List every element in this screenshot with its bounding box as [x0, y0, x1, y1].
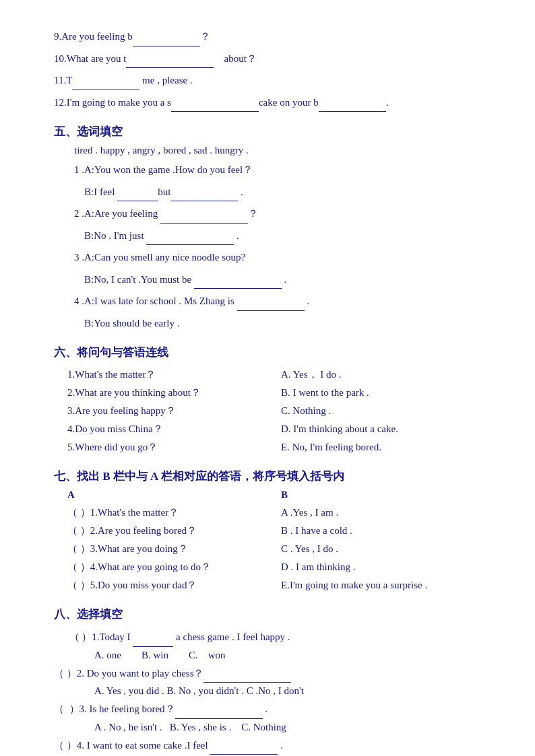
s7-b1: A .Yes , I am .: [281, 504, 495, 522]
q9-text: 9.Are you feeling b: [54, 31, 133, 42]
section6-left: 1.What's the matter？ 2.What are you thin…: [67, 366, 281, 456]
section6: 六、将问句与答语连线 1.What's the matter？ 2.What a…: [54, 345, 495, 456]
section8: 八、选择填空 （ ）1.Today I a chess game . I fee…: [54, 607, 495, 756]
section5-wordbank: tired . happy , angry , bored , sad . hu…: [74, 145, 495, 156]
s6-right-4: D. I'm thinking about a cake.: [281, 420, 495, 438]
s8-q3: （ ）3. Is he feeling bored？ .: [54, 699, 495, 719]
section6-matching: 1.What's the matter？ 2.What are you thin…: [67, 366, 495, 456]
q12-end: .: [386, 97, 389, 108]
section6-title: 六、将问句与答语连线: [54, 345, 495, 360]
s7-b3: C . Yes , I do .: [281, 540, 495, 558]
section7-col-a: A （ ）1.What's the matter？ （ ）2.Are you f…: [67, 489, 281, 594]
q12-blank1: [171, 101, 259, 112]
s8-q4: （ ）4. I want to eat some cake .I feel .: [54, 736, 495, 755]
q11-text: 11.T: [54, 75, 72, 85]
s7-b4: D . I am thinking .: [281, 558, 495, 576]
s6-left-4: 4.Do you miss China？: [67, 420, 281, 438]
q10-blank: [126, 57, 214, 69]
section6-right: A. Yes， I do . B. I went to the park . C…: [281, 366, 495, 456]
s7-b5: E.I'm going to make you a surprise .: [281, 576, 495, 594]
s8-q3-choices: A . No , he isn't . B. Yes , she is . C.…: [94, 722, 495, 733]
s8-q2-choices: A. Yes , you did . B. No , you didn't . …: [94, 685, 495, 697]
s6-right-1: A. Yes， I do .: [281, 366, 495, 384]
s5-q1b: B:I feel but .: [74, 182, 495, 202]
q10-text: 10.What are you t: [54, 53, 126, 64]
q11-end: me , please .: [142, 75, 193, 85]
section5-title: 五、选词填空: [54, 124, 495, 139]
s6-left-3: 3.Are you feeling happy？: [67, 402, 281, 420]
s7-a3: （ ）3.What are you doing？: [67, 540, 281, 558]
section7: 七、找出 B 栏中与 A 栏相对应的答语，将序号填入括号内 A （ ）1.Wha…: [54, 469, 495, 594]
q12-mid: cake on your b: [259, 97, 319, 108]
section8-questions: （ ）1.Today I a chess game . I feel happy…: [54, 627, 495, 756]
q10-end: about？: [224, 53, 256, 64]
section7-title: 七、找出 B 栏中与 A 栏相对应的答语，将序号填入括号内: [54, 469, 495, 484]
q11-blank: [72, 79, 139, 90]
q11-line: 11.T me , please .: [54, 71, 495, 90]
s6-left-1: 1.What's the matter？: [67, 366, 281, 384]
s7-b2: B . I have a cold .: [281, 522, 495, 540]
section7-col-b: B A .Yes , I am . B . I have a cold . C …: [281, 489, 495, 594]
s7-a2: （ ）2.Are you feeling bored？: [67, 522, 281, 540]
s5-q4b: B:You should be early .: [74, 314, 495, 333]
s6-left-2: 2.What are you thinking about？: [67, 384, 281, 402]
s5-q3: 3 .A:Can you smell any nice noodle soup?: [74, 248, 495, 267]
s7-a5: （ ）5.Do you miss your dad？: [67, 576, 281, 594]
section5-questions: 1 .A:You won the game .How do you feel？ …: [74, 160, 495, 333]
s6-right-2: B. I went to the park .: [281, 384, 495, 402]
s8-q1: （ ）1.Today I a chess game . I feel happy…: [54, 627, 495, 647]
s5-q3b: B:No, I can't .You must be .: [74, 270, 495, 289]
q9-end: ？: [200, 31, 210, 42]
q10-line: 10.What are you t about？: [54, 49, 495, 69]
section8-title: 八、选择填空: [54, 607, 495, 622]
section4-continued: 9.Are you feeling b？ 10.What are you t a…: [54, 27, 495, 112]
col-b-header: B: [281, 489, 495, 501]
s8-q1-choices: A. one B. win C. won: [94, 650, 495, 661]
s7-a4: （ ）4.What are you going to do？: [67, 558, 281, 576]
s6-right-3: C. Nothing .: [281, 402, 495, 420]
section7-columns: A （ ）1.What's the matter？ （ ）2.Are you f…: [67, 489, 495, 594]
section5: 五、选词填空 tired . happy , angry , bored , s…: [54, 124, 495, 333]
s6-left-5: 5.Where did you go？: [67, 438, 281, 456]
s7-a1: （ ）1.What's the matter？: [67, 504, 281, 522]
s5-q4: 4 .A:I was late for school . Ms Zhang is…: [74, 291, 495, 311]
s5-q2: 2 .A:Are you feeling ？: [74, 204, 495, 224]
s6-right-5: E. No, I'm feeling bored.: [281, 438, 495, 456]
s5-q1: 1 .A:You won the game .How do you feel？: [74, 160, 495, 180]
s8-q2: （ ）2. Do you want to play chess？: [54, 664, 495, 683]
q9-blank: [133, 35, 200, 46]
q12-text: 12.I'm going to make you a s: [54, 97, 171, 108]
q12-line: 12.I'm going to make you a scake on your…: [54, 93, 495, 112]
s5-q2b: B:No . I'm just .: [74, 226, 495, 246]
col-a-header: A: [67, 489, 281, 501]
q9-line: 9.Are you feeling b？: [54, 27, 495, 46]
q12-blank2: [319, 101, 386, 112]
